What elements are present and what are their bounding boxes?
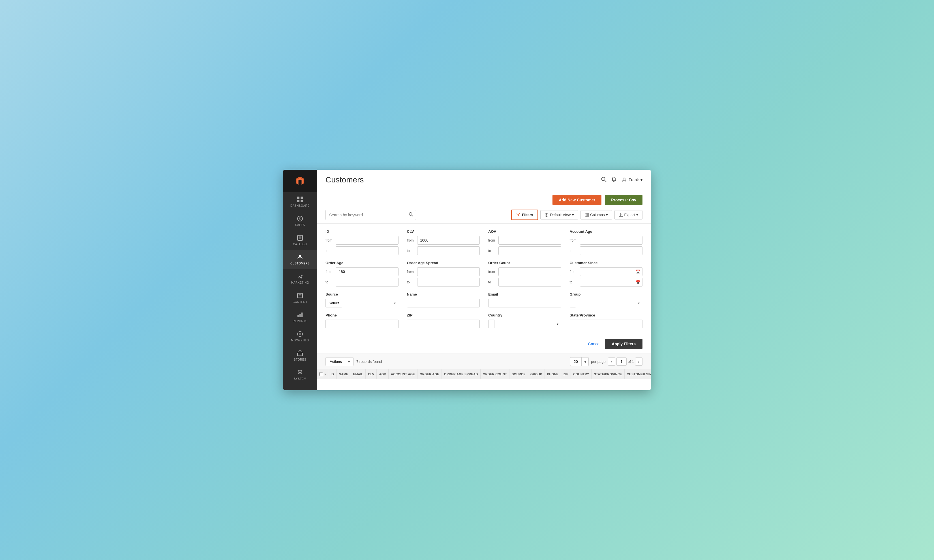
sidebar-item-system[interactable]: SYSTEM [283, 365, 317, 385]
filter-source-select[interactable]: Select [325, 298, 342, 308]
filter-id-label: ID [325, 229, 399, 234]
filter-id-from-label: from [325, 238, 333, 242]
actions-select[interactable]: Actions [325, 357, 353, 366]
calendar-from-icon[interactable]: 📅 [635, 269, 640, 274]
bottom-left: Actions ▾ 7 records found [325, 357, 382, 366]
filter-aov-from-input[interactable] [498, 236, 561, 245]
sidebar-item-customers-label: CUSTOMERS [290, 262, 310, 265]
filter-order-count-to-label: to [488, 280, 496, 284]
sidebar-item-sales[interactable]: $ SALES [283, 212, 317, 231]
filter-account-age-to-input[interactable] [580, 246, 643, 255]
filters-grid: ID from to CLV from [325, 229, 643, 328]
filter-email-input[interactable] [488, 298, 561, 308]
filter-group: Group [570, 292, 643, 308]
filter-order-age-spread-to-label: to [407, 280, 415, 284]
filter-source-label: Source [325, 292, 399, 296]
filter-aov-from-row: from [488, 236, 561, 245]
filter-group-row [570, 298, 643, 308]
sidebar-item-marketing[interactable]: MARKETING [283, 269, 317, 288]
default-view-button[interactable]: Default View ▾ [540, 210, 578, 220]
svg-point-31 [546, 214, 547, 215]
sidebar-item-sales-label: SALES [295, 223, 305, 227]
sidebar-item-dashboard[interactable]: DASHBOARD [283, 192, 317, 212]
filter-clv-from-label: from [407, 238, 415, 242]
sidebar-item-content[interactable]: CONTENT [283, 288, 317, 308]
sidebar-item-moogento[interactable]: MOOGENTO [283, 327, 317, 346]
filter-order-count-from-input[interactable] [498, 267, 561, 276]
filter-zip-label: ZIP [407, 313, 480, 317]
filter-zip-input[interactable] [407, 320, 480, 328]
default-view-label: Default View [550, 213, 570, 217]
search-button[interactable] [409, 212, 413, 218]
filter-clv-from-input[interactable] [417, 236, 480, 245]
next-page-button[interactable]: › [635, 357, 643, 366]
cancel-button[interactable]: Cancel [588, 342, 601, 346]
svg-rect-15 [301, 312, 302, 317]
export-button[interactable]: Export ▾ [615, 210, 643, 220]
th-state-province: STATE/PROVINCE [592, 369, 624, 379]
th-country-label: COUNTRY [573, 372, 589, 376]
filter-order-age-from-input[interactable] [336, 267, 399, 276]
filter-phone-input[interactable] [325, 320, 399, 328]
filter-name-input[interactable] [407, 298, 480, 308]
select-all-checkbox[interactable] [319, 372, 323, 376]
th-order-age: ORDER AGE [417, 369, 442, 379]
filter-clv-from-row: from [407, 236, 480, 245]
th-email-label: EMAIL [353, 372, 364, 376]
table-header-row: ▾ ID NAME EMAIL CLV [317, 369, 651, 379]
th-name-label: NAME [339, 372, 348, 376]
user-name: Frank [629, 178, 639, 182]
add-customer-button[interactable]: Add New Customer [552, 195, 601, 205]
filter-source: Source Select [325, 292, 399, 308]
filter-order-age-to-row: to [325, 278, 399, 286]
th-order-count-label: ORDER COUNT [483, 372, 507, 376]
calendar-to-icon[interactable]: 📅 [635, 280, 640, 285]
svg-rect-32 [585, 213, 586, 217]
filter-group-select[interactable] [570, 298, 576, 308]
bell-icon[interactable] [611, 177, 617, 183]
filter-email: Email [488, 292, 561, 308]
sidebar-item-stores[interactable]: STORES [283, 346, 317, 365]
sidebar-item-catalog[interactable]: CATALOG [283, 231, 317, 250]
filter-account-age-from-input[interactable] [580, 236, 643, 245]
sidebar-item-reports[interactable]: REPORTS [283, 308, 317, 327]
filter-country-select[interactable] [488, 320, 495, 328]
filter-clv-to-input[interactable] [417, 246, 480, 255]
svg-rect-8 [299, 237, 301, 239]
sidebar-item-system-label: SYSTEM [294, 377, 306, 381]
process-csv-button[interactable]: Process: Csv [605, 195, 643, 205]
filter-order-age-to-input[interactable] [336, 278, 399, 286]
filter-id-to-input[interactable] [336, 246, 399, 255]
page-number-input[interactable] [617, 357, 627, 366]
th-source: SOURCE [509, 369, 528, 379]
filter-order-age-spread-to-input[interactable] [417, 278, 480, 286]
th-id-label: ID [331, 372, 334, 376]
filter-order-age-spread-from-input[interactable] [417, 267, 480, 276]
per-page-select[interactable]: 20 50 100 [570, 357, 589, 366]
filter-order-age-from-row: from [325, 267, 399, 276]
checkbox-dropdown-icon[interactable]: ▾ [324, 373, 326, 376]
filter-order-count-label: Order Count [488, 261, 561, 265]
filter-state-province-input[interactable] [570, 320, 643, 328]
filter-customer-since-from-input[interactable] [580, 267, 643, 276]
sidebar-item-customers[interactable]: CUSTOMERS [283, 250, 317, 269]
filters-button[interactable]: Filters [511, 209, 538, 220]
user-menu[interactable]: Frank ▾ [621, 177, 643, 183]
filter-customer-since-to-input[interactable] [580, 278, 643, 286]
filter-order-count-to-input[interactable] [498, 278, 561, 286]
apply-filters-button[interactable]: Apply Filters [605, 339, 643, 349]
th-customer-since-label: CUSTOMER SINCE [627, 372, 651, 376]
per-page-label: per page [591, 360, 606, 364]
search-header-icon[interactable] [601, 177, 607, 183]
columns-button[interactable]: Columns ▾ [581, 210, 612, 220]
th-account-age: ACCOUNT AGE [388, 369, 418, 379]
filter-customer-since-from-label: from [570, 270, 578, 274]
filter-aov-to-input[interactable] [498, 246, 561, 255]
search-input[interactable] [325, 210, 416, 220]
action-toolbar: Add New Customer Process: Csv [317, 190, 651, 209]
filter-country-select-wrapper [488, 320, 561, 328]
filter-clv-label: CLV [407, 229, 480, 234]
filter-country: Country [488, 313, 561, 328]
prev-page-button[interactable]: ‹ [608, 357, 615, 366]
filter-id-from-input[interactable] [336, 236, 399, 245]
